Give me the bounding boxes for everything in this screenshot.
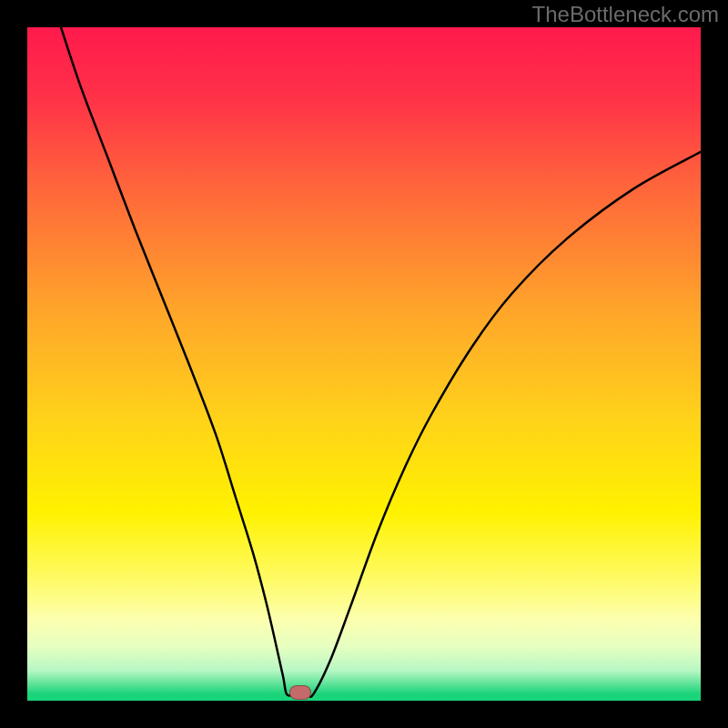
optimal-marker (289, 685, 311, 700)
gradient-background (27, 27, 701, 701)
plot-area (27, 27, 701, 701)
chart-frame: TheBottleneck.com (0, 0, 728, 728)
plot-svg (27, 27, 701, 701)
watermark-label: TheBottleneck.com (532, 2, 719, 27)
